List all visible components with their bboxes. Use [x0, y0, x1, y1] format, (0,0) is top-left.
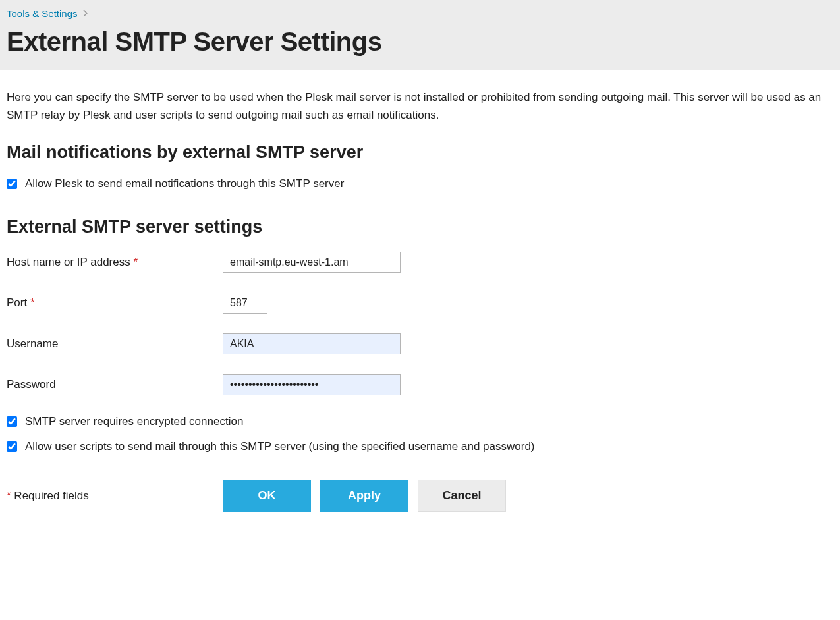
- breadcrumb-link-tools-settings[interactable]: Tools & Settings: [7, 8, 78, 19]
- page-description: Here you can specify the SMTP server to …: [7, 88, 833, 124]
- breadcrumb: Tools & Settings: [7, 8, 833, 19]
- page-title: External SMTP Server Settings: [7, 27, 833, 57]
- allow-notifications-checkbox[interactable]: [7, 179, 17, 189]
- host-label: Host name or IP address *: [7, 256, 223, 269]
- allow-notifications-label: Allow Plesk to send email notifications …: [25, 177, 344, 190]
- allow-notifications-row: Allow Plesk to send email notifications …: [7, 177, 833, 190]
- apply-button[interactable]: Apply: [320, 480, 408, 512]
- button-group: OK Apply Cancel: [223, 480, 506, 512]
- section-title-notifications: Mail notifications by external SMTP serv…: [7, 142, 833, 163]
- required-mark: *: [133, 256, 138, 268]
- encrypted-label: SMTP server requires encrypted connectio…: [25, 415, 243, 428]
- encrypted-checkbox[interactable]: [7, 416, 17, 427]
- username-input[interactable]: [223, 333, 401, 354]
- username-row: Username: [7, 333, 833, 354]
- userscripts-checkbox[interactable]: [7, 441, 17, 452]
- footer-row: * Required fields OK Apply Cancel: [7, 480, 833, 512]
- port-row: Port *: [7, 293, 833, 314]
- ok-button[interactable]: OK: [223, 480, 311, 512]
- chevron-right-icon: [83, 9, 88, 19]
- section-title-settings: External SMTP server settings: [7, 217, 833, 237]
- cancel-button[interactable]: Cancel: [418, 480, 506, 512]
- userscripts-row: Allow user scripts to send mail through …: [7, 440, 833, 453]
- port-input[interactable]: [223, 293, 267, 314]
- password-input[interactable]: [223, 374, 401, 395]
- content-area: Here you can specify the SMTP server to …: [0, 70, 840, 519]
- encrypted-row: SMTP server requires encrypted connectio…: [7, 415, 833, 428]
- password-label: Password: [7, 378, 223, 391]
- port-label: Port *: [7, 296, 223, 310]
- userscripts-label: Allow user scripts to send mail through …: [25, 440, 535, 453]
- required-mark: *: [30, 296, 35, 309]
- host-input[interactable]: [223, 252, 401, 273]
- password-row: Password: [7, 374, 833, 395]
- page-header: Tools & Settings External SMTP Server Se…: [0, 0, 840, 70]
- required-fields-note: * Required fields: [7, 490, 223, 503]
- username-label: Username: [7, 337, 223, 351]
- host-row: Host name or IP address *: [7, 252, 833, 273]
